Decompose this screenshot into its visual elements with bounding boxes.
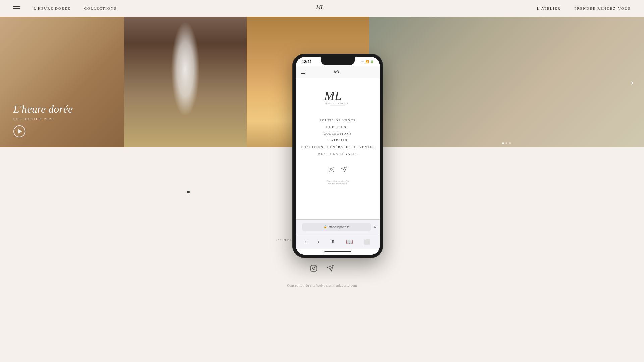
play-button-left[interactable] — [13, 125, 25, 137]
nav-link-collections[interactable]: COLLECTIONS — [84, 6, 117, 10]
bride-image — [124, 17, 247, 147]
svg-rect-11 — [329, 167, 334, 172]
hero-text-overlay: L'heure dorée COLLECTION 2025 — [13, 103, 73, 121]
telegram-icon[interactable] — [325, 263, 335, 274]
navbar-right: L'ATELIER PRENDRE RENDEZ-VOUS — [537, 6, 631, 10]
hero-panel-far-right — [369, 17, 644, 147]
svg-text:MARIE LAPORTE: MARIE LAPORTE — [325, 102, 349, 104]
phone-battery-icon: 🔋 — [370, 60, 374, 63]
phone-content: ML MARIE LAPORTE POINTS DE VENTE QUESTIO… — [296, 78, 380, 219]
phone-wifi-icon: 📶 — [366, 60, 369, 63]
carousel-dot-1[interactable] — [502, 142, 504, 144]
phone-mockup: 12:44 ▪▪▪ 📶 🔋 ML — [292, 54, 383, 258]
svg-point-13 — [333, 168, 333, 168]
safari-tabs-icon[interactable]: ⬜ — [364, 238, 371, 245]
safari-url-bar[interactable]: 🔒 marie-laporte.fr — [302, 223, 371, 231]
phone-credit-line1: Conception du site Web — [327, 180, 349, 182]
nav-link-rendez-vous[interactable]: PRENDRE RENDEZ-VOUS — [574, 6, 631, 10]
phone-safari-bar: 🔒 marie-laporte.fr ↻ — [296, 219, 380, 234]
phone-instagram-icon[interactable] — [328, 166, 335, 173]
carousel-dots — [502, 142, 511, 144]
hero-panel-left: L'heure dorée COLLECTION 2025 — [0, 17, 124, 147]
home-indicator-bar — [324, 251, 351, 252]
phone-hamburger[interactable] — [301, 71, 305, 74]
phone-menu-item-points[interactable]: POINTS DE VENTE — [320, 119, 356, 122]
carousel-dot-3[interactable] — [509, 142, 511, 144]
svg-text:ML: ML — [324, 88, 342, 103]
hamburger-menu[interactable] — [13, 6, 20, 11]
footer-social — [309, 263, 335, 274]
navbar-center-logo[interactable]: ML — [314, 3, 330, 14]
nav-link-atelier[interactable]: L'ATELIER — [537, 6, 561, 10]
carousel-dot-2[interactable] — [506, 142, 507, 144]
phone-screen: 12:44 ▪▪▪ 📶 🔋 ML — [296, 57, 380, 255]
hero-title: L'heure dorée — [13, 103, 73, 115]
svg-text:ML: ML — [316, 4, 324, 10]
phone-navbar: ML — [296, 66, 380, 78]
phone-footer-credit: Conception du site Web matthieulaporte.c… — [320, 180, 356, 185]
phone-signal-icon: ▪▪▪ — [361, 60, 364, 63]
hero-panel-center — [124, 17, 247, 147]
phone-notch — [321, 57, 355, 65]
svg-point-12 — [330, 168, 332, 170]
phone-logo-area: ML MARIE LAPORTE — [323, 85, 353, 109]
phone-credit-line2: matthieulaporte.com — [327, 182, 349, 185]
phone-home-indicator — [296, 249, 380, 255]
phone-menu-item-questions[interactable]: QUESTIONS — [326, 125, 349, 129]
phone-menu-item-atelier[interactable]: L'ATELIER — [327, 139, 348, 142]
safari-bookmarks-icon[interactable]: 📖 — [346, 238, 353, 245]
navbar: L'HEURE DORÉE COLLECTIONS ML L'ATELIER P… — [0, 0, 644, 17]
phone-frame: 12:44 ▪▪▪ 📶 🔋 ML — [292, 54, 383, 258]
phone-menu-item-mentions[interactable]: MENTIONS LÉGALES — [318, 152, 358, 156]
safari-refresh-icon[interactable]: ↻ — [374, 225, 376, 229]
phone-safari-toolbar: ‹ › ⬆ 📖 ⬜ — [296, 234, 380, 249]
safari-url-text: marie-laporte.fr — [328, 225, 349, 229]
safari-share-icon[interactable]: ⬆ — [331, 238, 335, 245]
page-lower: ML MARIE LAPORTE POINTS DE VENTE QUESTIO… — [0, 147, 644, 301]
safari-lock-icon: 🔒 — [324, 225, 327, 228]
navbar-logo: ML — [314, 3, 330, 13]
footer-credit: Conception du site Web : matthieulaporte… — [287, 284, 357, 287]
phone-menu-item-collections[interactable]: COLLECTIONS — [324, 132, 352, 135]
phone-logo-svg: ML — [333, 68, 347, 75]
hero-collection-label: COLLECTION 2025 — [13, 117, 73, 121]
svg-point-6 — [315, 266, 315, 267]
carousel-next-button[interactable] — [627, 77, 637, 87]
phone-menu-items: POINTS DE VENTE QUESTIONS COLLECTIONS L'… — [296, 119, 380, 156]
svg-rect-4 — [311, 265, 317, 272]
phone-telegram-icon[interactable] — [340, 166, 348, 173]
nav-link-heure-doree[interactable]: L'HEURE DORÉE — [34, 6, 71, 10]
phone-menu-item-cgv[interactable]: CONDITIONS GÉNÉRALES DE VENTES — [301, 145, 375, 149]
phone-nav-logo: ML — [333, 68, 347, 77]
safari-forward-icon[interactable]: › — [318, 239, 319, 245]
phone-main-logo: ML MARIE LAPORTE — [323, 85, 353, 109]
phone-time: 12:44 — [302, 60, 311, 64]
svg-text:ML: ML — [333, 69, 340, 74]
svg-point-5 — [312, 267, 315, 269]
phone-status-icons: ▪▪▪ 📶 🔋 — [361, 60, 374, 63]
instagram-icon[interactable] — [309, 263, 319, 274]
phone-social-area — [328, 166, 348, 173]
safari-back-icon[interactable]: ‹ — [305, 239, 307, 245]
navbar-left: L'HEURE DORÉE COLLECTIONS — [13, 6, 117, 11]
